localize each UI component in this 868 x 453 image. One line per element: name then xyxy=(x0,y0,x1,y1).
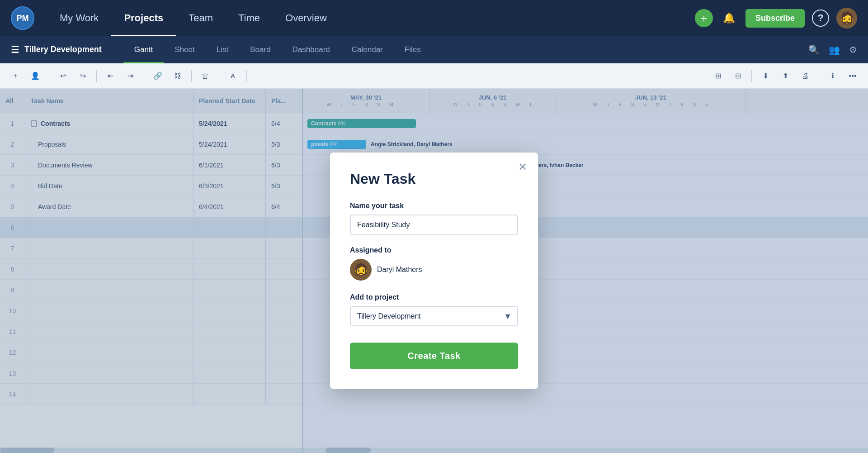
tab-gantt[interactable]: Gantt xyxy=(123,36,164,63)
nav-right: ＋ 🔔 Subscribe ? 🧔 xyxy=(695,8,857,29)
task-name-label: Name your task xyxy=(350,202,518,210)
toolbar-separator-3 xyxy=(144,70,144,82)
tab-board[interactable]: Board xyxy=(239,36,281,63)
assigned-row: 🧔 Daryl Mathers xyxy=(350,259,518,281)
add-button[interactable]: ＋ xyxy=(695,9,713,27)
help-button[interactable]: ? xyxy=(812,10,829,27)
avatar-icon: 🧔 xyxy=(353,262,369,277)
toolbar-separator-2 xyxy=(96,70,97,82)
subscribe-button[interactable]: Subscribe xyxy=(745,9,805,28)
nav-time[interactable]: Time xyxy=(226,0,273,36)
toolbar-separator-7 xyxy=(751,70,752,82)
more-button[interactable]: ••• xyxy=(844,68,861,84)
nav-my-work[interactable]: My Work xyxy=(47,0,111,36)
table-button[interactable]: ⊟ xyxy=(730,68,746,84)
project-label: Add to project xyxy=(350,293,518,301)
sub-nav: ☰ Tillery Development Gantt Sheet List B… xyxy=(0,36,868,63)
project-title-area: ☰ Tillery Development xyxy=(11,44,102,55)
tab-files[interactable]: Files xyxy=(394,36,432,63)
toolbar: ＋ 👤 ↩ ↪ ⇤ ⇥ 🔗 ⛓ 🗑 A ⊞ ⊟ ⬇ ⬆ 🖨 ℹ ••• xyxy=(0,63,868,89)
tab-list[interactable]: List xyxy=(206,36,239,63)
project-title: Tillery Development xyxy=(24,45,102,54)
export-button[interactable]: ⬆ xyxy=(777,68,793,84)
nav-items: My Work Projects Team Time Overview xyxy=(47,0,695,36)
modal-title: New Task xyxy=(350,171,518,187)
assigned-user-name: Daryl Mathers xyxy=(377,266,422,274)
toolbar-separator-5 xyxy=(219,70,219,82)
top-nav: PM My Work Projects Team Time Overview ＋… xyxy=(0,0,868,36)
hamburger-icon[interactable]: ☰ xyxy=(11,44,19,55)
link-button[interactable]: 🔗 xyxy=(150,68,166,84)
print-button[interactable]: 🖨 xyxy=(797,68,813,84)
indent-in-button[interactable]: ⇥ xyxy=(122,68,138,84)
project-select-wrap: Tillery Development ▼ xyxy=(350,306,518,326)
user-avatar[interactable]: 🧔 xyxy=(836,8,857,29)
app-logo[interactable]: PM xyxy=(11,6,34,30)
tab-sheet[interactable]: Sheet xyxy=(164,36,205,63)
tab-calendar[interactable]: Calendar xyxy=(341,36,394,63)
assigned-label: Assigned to xyxy=(350,246,518,254)
add-task-button[interactable]: ＋ xyxy=(7,68,24,84)
redo-button[interactable]: ↪ xyxy=(75,68,91,84)
add-person-button[interactable]: 👤 xyxy=(27,68,43,84)
avatar-icon: 🧔 xyxy=(839,11,855,26)
project-select[interactable]: Tillery Development xyxy=(350,306,518,326)
toolbar-separator-4 xyxy=(191,70,192,82)
task-name-input[interactable] xyxy=(350,215,518,235)
modal-overlay: ✕ New Task Name your task Assigned to 🧔 … xyxy=(0,89,868,453)
nav-team[interactable]: Team xyxy=(176,0,226,36)
notifications-button[interactable]: 🔔 xyxy=(720,9,738,27)
info-button[interactable]: ℹ xyxy=(825,68,841,84)
sub-nav-right-icons: 🔍 👥 ⚙ xyxy=(808,44,857,55)
unlink-button[interactable]: ⛓ xyxy=(170,68,186,84)
create-task-button[interactable]: Create Task xyxy=(350,343,518,369)
import-button[interactable]: ⬇ xyxy=(757,68,774,84)
toolbar-separator-1 xyxy=(49,70,49,82)
nav-overview[interactable]: Overview xyxy=(273,0,340,36)
toolbar-separator-8 xyxy=(819,70,819,82)
undo-button[interactable]: ↩ xyxy=(55,68,71,84)
tab-dashboard[interactable]: Dashboard xyxy=(282,36,341,63)
delete-button[interactable]: 🗑 xyxy=(197,68,213,84)
nav-projects[interactable]: Projects xyxy=(111,0,176,36)
sub-nav-tabs: Gantt Sheet List Board Dashboard Calenda… xyxy=(123,36,808,63)
assigned-avatar: 🧔 xyxy=(350,259,372,281)
grid-button[interactable]: ⊞ xyxy=(710,68,726,84)
search-icon[interactable]: 🔍 xyxy=(808,44,820,55)
settings-icon[interactable]: ⚙ xyxy=(849,44,857,55)
indent-out-button[interactable]: ⇤ xyxy=(102,68,118,84)
toolbar-separator-6 xyxy=(246,70,247,82)
new-task-modal: ✕ New Task Name your task Assigned to 🧔 … xyxy=(330,153,538,389)
modal-close-button[interactable]: ✕ xyxy=(518,162,527,172)
people-icon[interactable]: 👥 xyxy=(829,44,840,55)
font-button[interactable]: A xyxy=(225,68,241,84)
main-area: All Task Name Planned Start Date Pla... … xyxy=(0,89,868,453)
